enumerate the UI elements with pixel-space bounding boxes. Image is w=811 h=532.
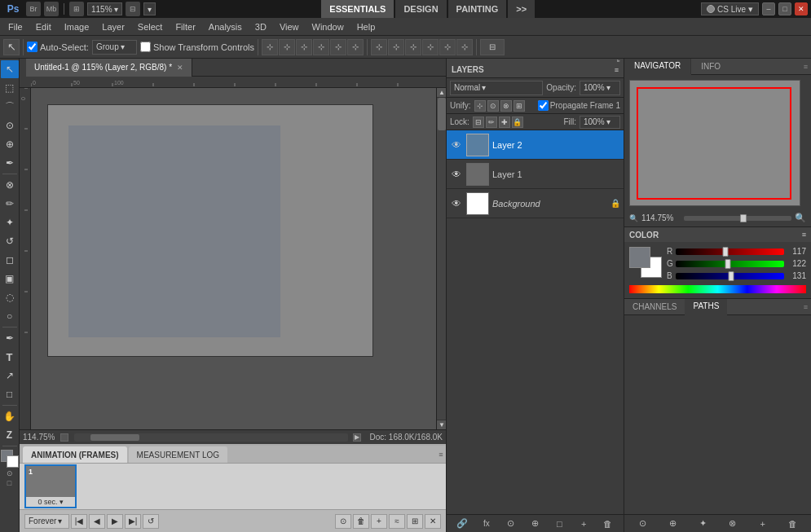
color-spectrum[interactable]: [629, 285, 806, 293]
propagate-input[interactable]: [538, 100, 549, 111]
nav-zoom-slider[interactable]: [684, 216, 791, 221]
blend-mode-dropdown[interactable]: Normal ▾: [450, 81, 543, 95]
propagate-checkbox[interactable]: Propagate Frame 1: [538, 100, 620, 111]
canvas-zoom-icon[interactable]: [60, 433, 68, 442]
anim-loop[interactable]: ↺: [143, 514, 159, 529]
unify-style[interactable]: ⊗: [500, 100, 512, 112]
loop-dropdown[interactable]: Forever ▾: [24, 514, 69, 529]
layer-item-2[interactable]: 👁 Layer 2: [447, 130, 624, 160]
anim-panel-menu[interactable]: ≡: [436, 446, 446, 463]
lock-image[interactable]: ✏: [486, 117, 497, 128]
menu-window[interactable]: Window: [306, 18, 350, 36]
lock-transparent[interactable]: ⊟: [473, 117, 484, 128]
bridge-icon[interactable]: Br: [26, 2, 41, 16]
menu-image[interactable]: Image: [58, 18, 96, 36]
layer-item-bg[interactable]: 👁 Background 🔒: [447, 189, 624, 218]
nav-zoom-handle[interactable]: [740, 214, 747, 222]
menu-view[interactable]: View: [273, 18, 306, 36]
text-tool[interactable]: T: [1, 348, 19, 366]
lock-position[interactable]: ✚: [499, 117, 510, 128]
layer-mask-btn[interactable]: ⊙: [503, 517, 519, 530]
measurement-log-tab[interactable]: MEASUREMENT LOG: [129, 446, 228, 463]
vscroll-up[interactable]: ▲: [437, 88, 446, 98]
nav-panel-menu[interactable]: ≡: [804, 63, 811, 71]
auto-select-input[interactable]: [27, 42, 37, 52]
unify-mask[interactable]: ⊞: [513, 100, 525, 112]
align-vcenter[interactable]: ⊹: [279, 39, 295, 55]
new-layer-btn[interactable]: +: [575, 517, 592, 530]
lasso-tool[interactable]: ⌒: [1, 98, 19, 116]
navigator-tab[interactable]: NAVIGATOR: [624, 59, 691, 75]
menu-analysis[interactable]: Analysis: [202, 18, 249, 36]
move-tool[interactable]: ↖: [1, 60, 19, 78]
blur-tool[interactable]: ◌: [1, 288, 19, 306]
anim-convert[interactable]: ⊙: [335, 514, 351, 529]
frame-time-chevron[interactable]: ▾: [60, 498, 64, 506]
spot-heal-tool[interactable]: ⊗: [1, 176, 19, 194]
cp-btn2[interactable]: ⊕: [664, 517, 681, 530]
minimize-button[interactable]: –: [762, 2, 775, 15]
close-button[interactable]: ✕: [795, 2, 808, 15]
fill-dropdown[interactable]: 100% ▾: [580, 116, 620, 129]
layer-fx-btn[interactable]: fx: [478, 517, 495, 530]
auto-align[interactable]: ⊟: [480, 39, 505, 55]
anim-trash[interactable]: 🗑: [353, 514, 369, 529]
dist-top[interactable]: ⊹: [371, 39, 387, 55]
screen-mode-btn[interactable]: □: [2, 479, 17, 487]
shape-tool[interactable]: □: [1, 385, 19, 403]
history-brush[interactable]: ↺: [1, 232, 19, 250]
unify-position[interactable]: ⊹: [474, 100, 486, 112]
mini-bridge-icon[interactable]: Mb: [44, 2, 59, 16]
eraser-tool[interactable]: ◻: [1, 251, 19, 269]
opacity-dropdown[interactable]: 100% ▾: [580, 81, 620, 95]
unify-visibility[interactable]: ⊙: [487, 100, 499, 112]
workspace-design[interactable]: DESIGN: [395, 0, 446, 18]
hscroll-right[interactable]: ▶: [353, 433, 361, 442]
hand-tool[interactable]: ✋: [1, 407, 19, 425]
cp-btn5[interactable]: +: [755, 517, 771, 530]
arrange-dropdown[interactable]: ▾: [143, 2, 156, 15]
paths-tab[interactable]: PATHS: [685, 299, 727, 315]
align-hcenter[interactable]: ⊹: [330, 39, 346, 55]
info-tab[interactable]: INFO: [691, 59, 730, 75]
menu-edit[interactable]: Edit: [29, 18, 58, 36]
align-top[interactable]: ⊹: [262, 39, 278, 55]
link-layers-btn[interactable]: 🔗: [454, 517, 470, 530]
vscroll-thumb[interactable]: [438, 98, 446, 130]
lock-all[interactable]: 🔒: [512, 117, 523, 128]
dist-vcenter[interactable]: ⊹: [388, 39, 404, 55]
layers-panel-menu[interactable]: ≡: [615, 66, 619, 74]
brush-tool[interactable]: ✏: [1, 195, 19, 213]
canvas-tab[interactable]: Untitled-1 @ 115% (Layer 2, RGB/8) * ✕: [26, 59, 192, 77]
arrange-icon[interactable]: ⊟: [126, 2, 140, 16]
cp-btn4[interactable]: ⊗: [725, 517, 741, 530]
b-handle[interactable]: [728, 271, 734, 281]
anim-first-frame[interactable]: |◀: [71, 514, 87, 529]
menu-layer[interactable]: Layer: [95, 18, 131, 36]
eyedropper-tool[interactable]: ✒: [1, 154, 19, 172]
delete-layer-btn[interactable]: 🗑: [600, 517, 616, 530]
path-select-tool[interactable]: ↗: [1, 367, 19, 385]
menu-filter[interactable]: Filter: [169, 18, 201, 36]
move-tool-options[interactable]: ↖: [3, 39, 20, 55]
align-bottom[interactable]: ⊹: [296, 39, 312, 55]
pen-tool[interactable]: ✒: [1, 329, 19, 347]
vscroll-track[interactable]: [437, 98, 446, 420]
marquee-tool[interactable]: ⬚: [1, 79, 19, 97]
layerbg-visibility[interactable]: 👁: [450, 197, 463, 210]
menu-select[interactable]: Select: [131, 18, 170, 36]
layer-adjustment-btn[interactable]: ⊕: [527, 517, 543, 530]
color-panel-header[interactable]: COLOR ≡: [624, 227, 811, 242]
menu-3d[interactable]: 3D: [249, 18, 273, 36]
show-transform-checkbox[interactable]: Show Transform Controls: [140, 42, 254, 52]
dist-left[interactable]: ⊹: [422, 39, 439, 55]
quick-select-tool[interactable]: ⊙: [1, 117, 19, 134]
r-track[interactable]: [676, 248, 784, 255]
dodge-tool[interactable]: ○: [1, 307, 19, 325]
dist-right[interactable]: ⊹: [456, 39, 473, 55]
crop-tool[interactable]: ⊕: [1, 135, 19, 153]
frame-1-thumb[interactable]: 1 0 sec. ▾: [24, 464, 77, 508]
menu-help[interactable]: Help: [350, 18, 382, 36]
channels-tab[interactable]: CHANNELS: [624, 299, 685, 315]
cp-btn6[interactable]: 🗑: [785, 517, 801, 530]
